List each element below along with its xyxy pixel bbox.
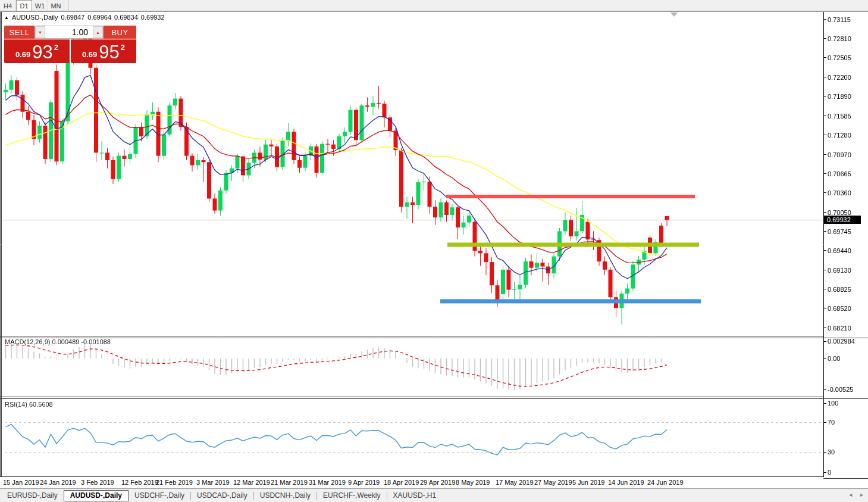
rsi-indicator-label: RSI(14) 60.5608 — [5, 401, 53, 408]
macd-signal-value: -0.001088 — [81, 338, 111, 345]
price-axis-label: 0.70360 — [828, 189, 851, 197]
ohlc-low: 0.69834 — [114, 14, 138, 21]
time-axis-label: 5 Jun 2019 — [572, 479, 604, 486]
buy-price-big-digits: 95 — [99, 43, 119, 61]
macd-axis-label: 0.00 — [828, 355, 840, 362]
price-axis-label: 0.73115 — [828, 16, 851, 23]
chart-tab-usdcnh-daily[interactable]: USDCNH-,Daily — [254, 490, 317, 501]
price-axis-label: 0.72810 — [828, 35, 851, 42]
timeframe-button-h4[interactable]: H4 — [0, 0, 16, 11]
sell-price-display[interactable]: 0.69 93 2 — [4, 39, 70, 63]
rsi-axis-label: 70 — [828, 419, 835, 426]
timeframe-button-w1[interactable]: W1 — [32, 0, 48, 11]
timeframe-button-mn[interactable]: MN — [48, 0, 64, 11]
chart-tab-usdchf-daily[interactable]: USDCHF-,Daily — [129, 490, 190, 501]
chart-tab-bar: EURUSD-,DailyAUDUSD-,DailyUSDCHF-,DailyU… — [0, 488, 868, 502]
macd-axis-label: 0.002984 — [828, 338, 855, 345]
up-arrow-icon: ▲ — [96, 30, 100, 35]
macd-indicator-label: MACD(12,26,9) 0.000489 -0.001088 — [5, 338, 111, 345]
buy-price-pip: 2 — [121, 43, 125, 52]
time-axis-label: 14 Jun 2019 — [608, 479, 644, 486]
symbol-info-line: ▲ AUDUSD-,Daily 0.69847 0.69964 0.69834 … — [4, 14, 165, 21]
sell-button[interactable]: SELL — [4, 26, 35, 39]
price-axis-label: 0.68825 — [828, 286, 851, 293]
rsi-value: 60.5608 — [29, 401, 53, 408]
time-axis-label: 12 Feb 2019 — [121, 479, 158, 486]
macd-name: MACD(12,26,9) — [5, 338, 50, 345]
symbol-marker-icon: ▲ — [4, 15, 9, 20]
buy-button[interactable]: BUY — [104, 26, 136, 39]
sell-price-big-digits: 93 — [32, 43, 52, 61]
toolbar-separator — [68, 0, 68, 11]
chart-tab-xauusd-h1[interactable]: XAUUSD-,H1 — [387, 490, 443, 501]
time-axis-label: 27 May 2019 — [534, 479, 572, 486]
price-axis-label: 0.70665 — [828, 170, 851, 177]
rsi-axis-label: 0 — [828, 469, 831, 476]
time-axis-label: 3 Feb 2019 — [81, 479, 114, 486]
price-axis-label: 0.71280 — [828, 132, 851, 139]
buy-price-fraction: 0.69 — [82, 50, 97, 59]
price-axis[interactable]: 0.731150.728100.725050.722000.718900.715… — [824, 12, 868, 477]
time-axis-label: 3 Mar 2019 — [196, 479, 230, 486]
chart-canvas[interactable] — [0, 0, 868, 502]
sell-price-pip: 2 — [54, 43, 58, 52]
chart-tab-usdcad-daily[interactable]: USDCAD-,Daily — [191, 490, 253, 501]
ohlc-close: 0.69932 — [141, 14, 165, 21]
time-axis-label: 24 Jan 2019 — [40, 479, 76, 486]
time-axis-label: 9 Apr 2019 — [348, 479, 380, 486]
chart-tab-eurusd-daily[interactable]: EURUSD-,Daily — [1, 490, 64, 501]
price-axis-label: 0.71890 — [828, 93, 851, 100]
price-axis-label: 0.72505 — [828, 54, 851, 61]
price-axis-label: 0.69130 — [828, 267, 851, 274]
current-price-badge: 0.69932 — [824, 216, 861, 224]
time-axis-label: 31 Mar 2019 — [309, 479, 346, 486]
volume-decrease-button[interactable]: ▼ — [35, 26, 45, 38]
tab-scroll-left-icon[interactable]: ◄ — [848, 492, 853, 498]
timeframe-toolbar: H4D1W1MN — [0, 0, 868, 11]
time-axis-label: 12 Mar 2019 — [233, 479, 270, 486]
buy-price-display[interactable]: 0.69 95 2 — [71, 39, 136, 63]
time-axis-label: 17 May 2019 — [496, 479, 534, 486]
time-axis-label: 15 Jan 2019 — [3, 479, 39, 486]
time-axis-label: 18 Apr 2019 — [384, 479, 419, 486]
timeframe-button-d1[interactable]: D1 — [16, 0, 32, 11]
time-axis-label: 29 Apr 2019 — [420, 479, 455, 486]
price-axis-label: 0.72200 — [828, 74, 851, 81]
price-axis-label: 0.68520 — [828, 305, 851, 312]
price-axis-label: 0.71585 — [828, 113, 851, 120]
chart-tab-audusd-daily[interactable]: AUDUSD-,Daily — [64, 490, 129, 501]
time-axis[interactable]: 15 Jan 201924 Jan 20193 Feb 201912 Feb 2… — [0, 478, 823, 488]
sell-price-fraction: 0.69 — [15, 50, 30, 59]
one-click-trading-panel: SELL ▼ ▲ BUY 0.69 93 2 0.69 95 2 — [4, 26, 136, 63]
ohlc-high: 0.69964 — [87, 14, 111, 21]
down-arrow-icon: ▼ — [38, 30, 42, 35]
trading-terminal-window: H4D1W1MN ▲ AUDUSD-,Daily 0.69847 0.69964… — [0, 0, 868, 502]
price-axis-label: 0.68210 — [828, 325, 851, 332]
symbol-name: AUDUSD-,Daily — [12, 14, 58, 21]
tab-scroll-right-icon[interactable]: ► — [859, 492, 864, 498]
chart-shift-marker-icon[interactable] — [670, 13, 678, 17]
volume-input[interactable] — [45, 26, 93, 38]
price-axis-label: 0.70970 — [828, 151, 851, 158]
macd-main-value: 0.000489 — [52, 338, 79, 345]
chart-tab-eurchf-weekly[interactable]: EURCHF-,Weekly — [317, 490, 386, 501]
rsi-axis-label: 100 — [828, 400, 838, 407]
time-axis-label: 21 Feb 2019 — [156, 479, 193, 486]
time-axis-label: 24 Jun 2019 — [647, 479, 684, 486]
price-axis-label: 0.69440 — [828, 247, 851, 254]
volume-increase-button[interactable]: ▲ — [93, 26, 103, 38]
macd-axis-label: -0.00525 — [828, 386, 853, 393]
rsi-axis-label: 30 — [828, 448, 835, 456]
ohlc-open: 0.69847 — [61, 14, 85, 21]
rsi-name: RSI(14) — [5, 401, 27, 408]
time-axis-label: 8 May 2019 — [456, 479, 490, 486]
price-axis-label: 0.69745 — [828, 228, 851, 235]
time-axis-label: 21 Mar 2019 — [271, 479, 308, 486]
price-axis-label: 0.70050 — [828, 209, 851, 216]
